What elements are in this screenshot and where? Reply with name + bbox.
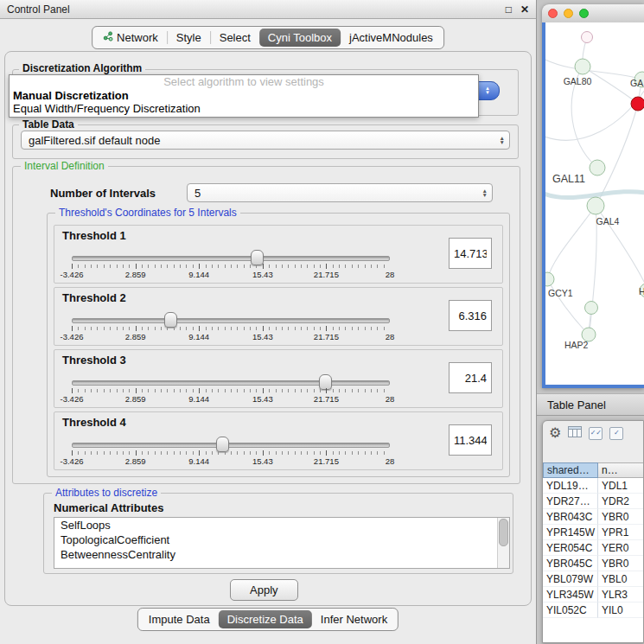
table-row[interactable]: YIL052CYIL0 [543, 603, 643, 618]
gear-icon[interactable]: ⚙ [549, 426, 561, 440]
table-cell[interactable]: YBR0 [598, 509, 643, 525]
threshold-3-slider[interactable]: -3.426 2.859 9.144 15.43 21.715 28 [70, 373, 392, 405]
table-row[interactable]: YBR045CYBR0 [543, 556, 643, 571]
network-node[interactable] [575, 59, 590, 74]
network-node[interactable] [582, 32, 593, 43]
threshold-1-slider[interactable]: -3.426 2.859 9.144 15.43 21.715 28 [70, 248, 392, 281]
tab-network[interactable]: Network [94, 29, 167, 47]
scale-tick-label: 15.43 [252, 394, 273, 404]
network-node[interactable] [585, 302, 598, 315]
clear-selection-icon[interactable]: ✓ [609, 427, 623, 440]
threshold-1-label: Threshold 1 [62, 229, 126, 242]
tab-style[interactable]: Style [168, 29, 210, 47]
scale-tick-label: 21.715 [314, 456, 339, 466]
tab-cyni-toolbox[interactable]: Cyni Toolbox [259, 29, 341, 47]
network-node[interactable] [631, 97, 644, 111]
numerical-attributes-label: Numerical Attributes [54, 501, 163, 514]
table-cell[interactable]: YPR145W [543, 525, 598, 540]
scale-tick-label: 2.859 [125, 394, 146, 404]
network-node[interactable] [545, 272, 554, 286]
list-scrollbar-thumb[interactable] [499, 519, 508, 546]
table-row[interactable]: YDL19…YDL1 [543, 478, 643, 494]
number-of-intervals-value: 5 [194, 187, 201, 200]
columns-icon[interactable] [568, 425, 582, 441]
tab-select-label: Select [220, 29, 251, 47]
threshold-4-slider[interactable]: -3.426 2.859 9.144 15.43 21.715 28 [70, 435, 392, 468]
select-all-rows-icon[interactable]: ✓✓ [589, 427, 603, 440]
close-icon[interactable]: ✕ [520, 3, 529, 16]
tab-discretize-data[interactable]: Discretize Data [219, 610, 312, 628]
list-scrollbar[interactable] [497, 518, 509, 568]
table-row[interactable]: YBL079WYBL0 [543, 571, 643, 587]
table-row[interactable]: YBR043CYBR0 [543, 509, 643, 525]
table-cell[interactable]: YDR27… [543, 494, 598, 509]
interval-definition-group-label: Interval Definition [21, 160, 108, 172]
tab-infer-network[interactable]: Infer Network [312, 610, 396, 628]
combobox-arrows-icon[interactable]: ▲▼ [475, 81, 500, 100]
table-row[interactable]: YPR145WYPR1 [543, 525, 643, 540]
zoom-traffic-light[interactable] [579, 9, 589, 18]
table-cell[interactable]: YER0 [598, 540, 643, 556]
tab-select[interactable]: Select [211, 29, 259, 47]
network-view-window: GAL80GAGAL11GAL4GCY1HHAP2 [542, 4, 644, 388]
table-panel-titlebar[interactable]: Table Panel [537, 393, 644, 416]
table-cell[interactable]: YBR045C [543, 556, 598, 571]
list-item[interactable]: TopologicalCoefficient [54, 532, 509, 547]
table-data-select[interactable]: galFiltered.sif default node ▲▼ [21, 131, 510, 150]
tab-jactivemnodules[interactable]: jActiveMNodules [341, 29, 442, 47]
threshold-2-slider-track[interactable] [72, 318, 390, 323]
scale-tick-label: 9.144 [188, 270, 209, 279]
table-cell[interactable]: YDL1 [598, 478, 643, 494]
table-row[interactable]: YDR27…YDR2 [543, 494, 643, 509]
restore-icon[interactable]: □ [506, 3, 512, 16]
algorithm-dropdown-popup: Select algorithm to view settings Manual… [9, 74, 479, 118]
list-item[interactable]: BetweennessCentrality [54, 547, 509, 562]
scale-tick-label: 28 [386, 332, 395, 341]
table-cell[interactable]: YDL19… [543, 478, 598, 494]
table-cell[interactable]: YBR0 [598, 556, 643, 571]
table-cell[interactable]: YPR1 [598, 525, 643, 540]
dropdown-option-equal-width-frequency[interactable]: Equal Width/Frequency Discretization [10, 102, 478, 115]
tab-impute-data[interactable]: Impute Data [140, 610, 219, 628]
numerical-attributes-list[interactable]: SelfLoops TopologicalCoefficient Between… [54, 517, 510, 569]
threshold-2-slider[interactable]: -3.426 2.859 9.144 15.43 21.715 28 [70, 310, 392, 343]
column-header-name[interactable]: n… [598, 462, 643, 478]
threshold-3-slider-track[interactable] [72, 380, 390, 386]
table-cell[interactable]: YIL0 [598, 603, 643, 618]
table-cell[interactable]: YER054C [543, 540, 598, 556]
scale-tick-label: 28 [386, 270, 395, 279]
threshold-1-value-field[interactable] [449, 238, 492, 269]
scale-tick-label: 28 [386, 394, 395, 404]
network-canvas[interactable]: GAL80GAGAL11GAL4GCY1HHAP2 [542, 22, 644, 388]
threshold-3-panel: Threshold 3 -3.426 2.859 9.144 15.43 21.… [54, 349, 503, 408]
table-cell[interactable]: YBL079W [543, 571, 598, 587]
dropdown-option-manual-discretization[interactable]: Manual Discretization [10, 89, 478, 102]
table-cell[interactable]: YDR2 [598, 494, 643, 509]
threshold-3-value-field[interactable] [449, 362, 492, 393]
table-cell[interactable]: YIL052C [543, 603, 598, 618]
threshold-2-value-field[interactable] [449, 300, 492, 331]
number-of-intervals-select[interactable]: 5 ▲▼ [187, 183, 493, 202]
table-row[interactable]: YLR345WYLR3 [543, 587, 643, 603]
apply-button[interactable]: Apply [230, 579, 298, 601]
table-cell[interactable]: YLR3 [598, 587, 643, 603]
threshold-4-value-field[interactable] [449, 424, 492, 456]
network-icon [103, 29, 113, 47]
network-node[interactable] [590, 160, 605, 175]
threshold-1-slider-track[interactable] [72, 256, 390, 261]
list-item[interactable]: SelfLoops [54, 518, 509, 532]
network-node-label: GAL80 [564, 76, 592, 86]
scale-tick-label: 9.144 [188, 332, 209, 341]
table-cell[interactable]: YBL0 [598, 571, 643, 587]
table-cell[interactable]: YLR345W [543, 587, 598, 603]
spinner-arrows-icon: ▲▼ [482, 188, 488, 197]
close-traffic-light[interactable] [548, 9, 558, 18]
table-header-row: shared… n… [543, 462, 643, 478]
threshold-4-slider-track[interactable] [72, 443, 390, 448]
table-cell[interactable]: YBR043C [543, 509, 598, 525]
table-row[interactable]: YER054CYER0 [543, 540, 643, 556]
network-node[interactable] [587, 197, 604, 214]
minimize-traffic-light[interactable] [564, 9, 573, 18]
column-header-shared-name[interactable]: shared… [543, 462, 598, 478]
network-edge-thick [545, 192, 644, 198]
